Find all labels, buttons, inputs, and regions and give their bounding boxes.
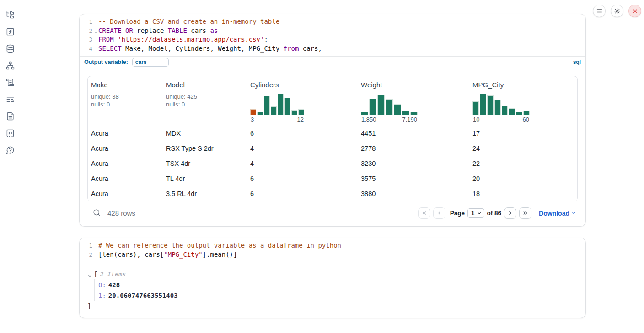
histogram-bar[interactable] [386, 99, 393, 115]
table-cell[interactable]: 6 [247, 130, 358, 137]
histogram-bar[interactable] [250, 109, 256, 115]
table-cell[interactable]: 4 [247, 160, 358, 167]
table-cell[interactable]: TSX 4dr [163, 160, 247, 167]
table-cell[interactable]: 6 [247, 175, 358, 182]
column-name[interactable]: Make [91, 81, 160, 89]
code-text: [len(cars), cars["MPG_City"].mean()] [95, 250, 237, 259]
code-line: 1-- Download a CSV and create an in-memo… [80, 17, 585, 26]
histogram-bar[interactable] [523, 111, 530, 115]
datasources-icon[interactable] [5, 44, 15, 53]
chevrons-right-icon [522, 210, 528, 216]
table-cell[interactable]: 17 [469, 130, 577, 137]
table-cell[interactable]: Acura [88, 160, 163, 167]
histogram-bar[interactable] [361, 112, 368, 115]
histogram-bar[interactable] [271, 106, 277, 115]
table-row[interactable]: AcuraTL 4dr6357520 [88, 171, 577, 186]
table-cell[interactable]: RSX Type S 2dr [163, 145, 247, 152]
histogram-bar[interactable] [377, 95, 385, 115]
search-icon[interactable] [92, 209, 101, 218]
first-page-button[interactable] [418, 207, 430, 219]
last-page-button[interactable] [519, 207, 531, 219]
shutdown-button[interactable] [628, 5, 641, 17]
histogram-ticks: 1,8507,190 [361, 116, 418, 123]
table-cell[interactable]: 6 [247, 190, 358, 197]
table-cell[interactable]: 3230 [358, 160, 469, 167]
histogram-bar[interactable] [369, 99, 376, 115]
snippets-icon[interactable] [5, 128, 15, 137]
histogram-bar[interactable] [291, 110, 297, 115]
histogram-bar[interactable] [298, 109, 304, 115]
close-icon [632, 8, 639, 15]
table-cell[interactable]: 3575 [358, 175, 469, 182]
page-label: Page [450, 210, 465, 217]
documentation-icon[interactable] [5, 111, 15, 121]
histogram-bar[interactable] [257, 112, 263, 115]
cell-meta-bar: Output variable: sql [80, 56, 585, 69]
histogram-bar[interactable] [494, 100, 501, 115]
histogram-ticks: 312 [250, 116, 304, 123]
histogram-tick: 1,850 [361, 116, 376, 123]
column-stats: unique: 38nulls: 0 [91, 93, 160, 108]
line-number: 3 [80, 35, 95, 44]
sql-code-editor[interactable]: 1-- Download a CSV and create an in-memo… [80, 14, 585, 56]
page-select[interactable]: 1 [467, 208, 484, 218]
scratchpad-icon[interactable] [5, 78, 15, 87]
line-number: 4 [80, 44, 95, 53]
prev-page-button[interactable] [433, 207, 445, 219]
tree-entry-value: 20.060747663551403 [108, 292, 178, 299]
table-cell[interactable]: 2778 [358, 145, 469, 152]
column-name[interactable]: MPG_City [472, 81, 574, 89]
logs-icon[interactable] [5, 95, 15, 104]
histogram-bar[interactable] [487, 95, 494, 115]
histogram-bar[interactable] [402, 111, 409, 115]
table-cell[interactable]: Acura [88, 145, 163, 152]
gear-icon [614, 8, 621, 15]
table-row[interactable]: AcuraMDX6445117 [88, 126, 577, 141]
histogram-bar[interactable] [284, 98, 290, 115]
next-page-button[interactable] [504, 207, 516, 219]
table-cell[interactable]: 4451 [358, 130, 469, 137]
table-cell[interactable]: 3880 [358, 190, 469, 197]
output-variable-input[interactable] [132, 58, 169, 67]
python-code-editor[interactable]: 1# We can reference the output variable … [80, 238, 585, 263]
table-row[interactable]: Acura3.5 RL 4dr6388018 [88, 186, 577, 201]
column-name[interactable]: Model [166, 81, 244, 89]
menu-button[interactable] [593, 5, 606, 17]
table-cell[interactable]: 24 [469, 145, 577, 152]
histogram-bar[interactable] [264, 96, 270, 115]
table-cell[interactable]: TL 4dr [163, 175, 247, 182]
dependency-graph-icon[interactable] [5, 61, 15, 70]
histogram-bar[interactable] [502, 106, 508, 115]
collapse-caret-icon[interactable] [87, 272, 92, 277]
histogram-bar[interactable] [480, 94, 486, 115]
language-badge[interactable]: sql [573, 59, 581, 65]
download-button[interactable]: Download [539, 210, 576, 217]
column-name[interactable]: Weight [361, 81, 466, 89]
table-cell[interactable]: Acura [88, 130, 163, 137]
histogram-bar[interactable] [410, 112, 418, 115]
table-cell[interactable]: MDX [163, 130, 247, 137]
column-name[interactable]: Cylinders [250, 81, 354, 89]
help-icon[interactable] [5, 145, 15, 154]
table-cell[interactable]: 3.5 RL 4dr [163, 190, 247, 197]
table-cell[interactable]: 4 [247, 145, 358, 152]
table-header: Makeunique: 38nulls: 0Modelunique: 425nu… [88, 76, 577, 126]
table-cell[interactable]: 20 [469, 175, 577, 182]
table-cell[interactable]: 18 [469, 190, 577, 197]
settings-button[interactable] [611, 5, 623, 17]
histogram-bar[interactable] [509, 108, 515, 115]
table-row[interactable]: AcuraTSX 4dr4323022 [88, 156, 577, 171]
table-cell[interactable]: Acura [88, 175, 163, 182]
pagination: Page 1 of 86 [418, 207, 531, 219]
table-row[interactable]: AcuraRSX Type S 2dr4277824 [88, 141, 577, 156]
table-cell[interactable]: Acura [88, 190, 163, 197]
file-explorer-icon[interactable] [5, 10, 15, 19]
table-cell[interactable]: 22 [469, 160, 577, 167]
histogram-bar[interactable] [394, 104, 401, 115]
histogram-bar[interactable] [278, 94, 284, 115]
fold-caret-icon[interactable] [94, 28, 98, 32]
histogram-bar[interactable] [472, 101, 479, 115]
table-header-cell: Modelunique: 425nulls: 0 [163, 76, 247, 126]
variables-icon[interactable] [5, 27, 15, 36]
histogram-bar[interactable] [516, 112, 522, 115]
